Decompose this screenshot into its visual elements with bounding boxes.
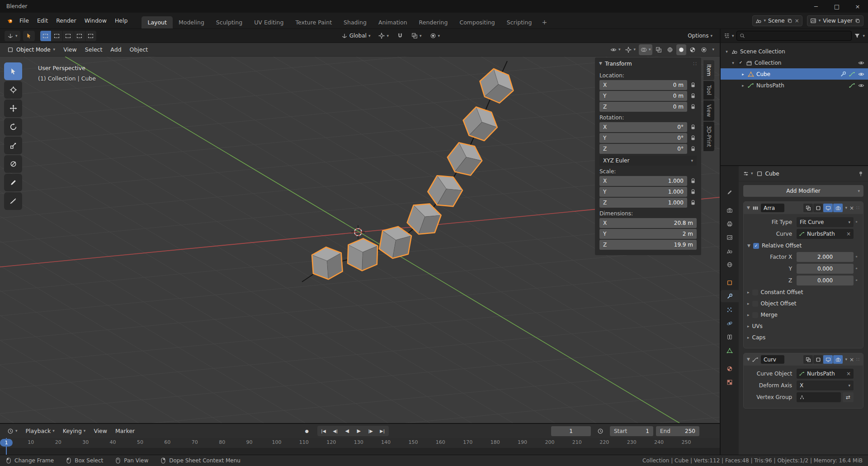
- workspace-tab-shading[interactable]: Shading: [338, 16, 373, 29]
- view-layer-selector[interactable]: ▾ View Layer: [807, 15, 863, 26]
- location-y-field[interactable]: Y0 m: [599, 91, 687, 101]
- play-button[interactable]: ▶: [353, 426, 365, 436]
- new-scene-icon[interactable]: [787, 18, 793, 24]
- menu-file[interactable]: File: [15, 15, 33, 26]
- collection-checkbox[interactable]: ✓: [738, 60, 744, 66]
- animate-dot-icon[interactable]: •: [854, 266, 859, 272]
- lock-icon[interactable]: [689, 146, 697, 152]
- constant-offset-section[interactable]: ▸ Constant Offset: [747, 287, 859, 297]
- outliner-search[interactable]: [736, 31, 852, 41]
- add-modifier-button[interactable]: Add Modifier ▾: [743, 185, 863, 197]
- object-visibility-dropdown[interactable]: ▾: [609, 44, 623, 55]
- snap-settings-dropdown[interactable]: ▾: [409, 31, 425, 41]
- jump-to-start-button[interactable]: |◀: [318, 426, 330, 436]
- edit-mode-toggle[interactable]: [813, 204, 823, 212]
- panel-grip-icon[interactable]: ∷: [693, 61, 697, 67]
- scale-x-field[interactable]: X1.000: [599, 176, 687, 186]
- menu-object[interactable]: Object: [126, 44, 152, 55]
- close-button[interactable]: ×: [847, 0, 868, 13]
- preview-range-toggle[interactable]: [594, 428, 607, 434]
- workspace-tab-animation[interactable]: Animation: [373, 16, 413, 29]
- search-input[interactable]: [747, 33, 849, 39]
- caps-section[interactable]: ▸ Caps: [747, 333, 859, 342]
- new-view-layer-icon[interactable]: [855, 18, 860, 24]
- on-cage-toggle[interactable]: [803, 204, 813, 212]
- rotation-z-field[interactable]: Z0°: [599, 144, 687, 154]
- edit-mode-toggle[interactable]: [813, 355, 823, 364]
- properties-tab-scene[interactable]: [721, 245, 739, 257]
- disclosure-closed-icon[interactable]: ▸: [747, 324, 750, 328]
- vertex-group-field[interactable]: [797, 392, 841, 402]
- rotation-mode-dropdown[interactable]: XYZ Euler ▾: [599, 156, 697, 166]
- curve-object-field[interactable]: NurbsPath ×: [797, 369, 854, 379]
- disclosure-icon[interactable]: ▾: [731, 61, 736, 65]
- rotation-x-field[interactable]: X0°: [599, 122, 687, 132]
- pivot-point-dropdown[interactable]: ▾: [376, 31, 392, 41]
- object-offset-section[interactable]: ▸ Object Offset: [747, 299, 859, 309]
- proportional-editing-toggle[interactable]: ▾: [427, 31, 443, 41]
- menu-playback[interactable]: Playback▾: [22, 426, 58, 437]
- minimize-button[interactable]: ─: [806, 0, 826, 13]
- mode-dropdown[interactable]: Object Mode ▾: [4, 44, 59, 55]
- animate-dot-icon[interactable]: •: [854, 219, 859, 225]
- object-offset-checkbox[interactable]: [752, 301, 758, 307]
- shading-wireframe-button[interactable]: [665, 44, 675, 55]
- lock-icon[interactable]: [689, 124, 697, 130]
- clear-icon[interactable]: ×: [846, 231, 851, 237]
- tree-row-scene-collection[interactable]: ▾ Scene Collection: [721, 46, 868, 57]
- outliner-editor-type-button[interactable]: ▾: [724, 33, 734, 39]
- next-keyframe-button[interactable]: |▶: [365, 426, 377, 436]
- realtime-display-toggle[interactable]: [823, 204, 833, 212]
- modifier-extras-menu[interactable]: ▾: [845, 357, 847, 361]
- disclosure-closed-icon[interactable]: ▸: [747, 313, 750, 317]
- sidebar-tab-view[interactable]: View: [703, 100, 714, 121]
- lock-icon[interactable]: [689, 135, 697, 141]
- eye-icon[interactable]: [858, 71, 864, 77]
- drag-handle-icon[interactable]: ∷: [856, 205, 860, 211]
- properties-tab-physics[interactable]: [721, 317, 739, 329]
- tool-measure[interactable]: [4, 192, 22, 210]
- tool-rotate[interactable]: [4, 118, 22, 136]
- workspace-tab-modeling[interactable]: Modeling: [173, 16, 210, 29]
- shading-solid-button[interactable]: [676, 44, 686, 55]
- play-reverse-button[interactable]: ◀: [341, 426, 353, 436]
- active-tool-button[interactable]: [23, 31, 35, 41]
- properties-tab-texture[interactable]: [721, 376, 739, 388]
- editor-type-button[interactable]: ▾: [5, 31, 20, 41]
- menu-edit[interactable]: Edit: [33, 15, 52, 26]
- disclosure-icon[interactable]: ▸: [741, 83, 745, 88]
- timeline-ruler[interactable]: 1 10203040506070809010011012013014015016…: [0, 438, 720, 455]
- tool-annotate[interactable]: [4, 174, 22, 191]
- menu-add[interactable]: Add: [107, 44, 125, 55]
- workspace-tab-compositing[interactable]: Compositing: [453, 16, 500, 29]
- blender-logo-icon[interactable]: [5, 17, 15, 25]
- workspace-tab-texture-paint[interactable]: Texture Paint: [289, 16, 338, 29]
- curve-data-icon[interactable]: [849, 82, 855, 89]
- auto-keying-toggle[interactable]: ●: [301, 426, 313, 436]
- tree-row-collection[interactable]: ▾ ✓ Collection: [721, 57, 868, 68]
- scene-selector[interactable]: ▾ Scene ×: [752, 15, 802, 26]
- eye-icon[interactable]: [858, 60, 864, 66]
- transform-panel-header[interactable]: ▼ Transform ∷: [595, 57, 701, 70]
- end-frame-field[interactable]: End250: [656, 426, 699, 436]
- scale-z-field[interactable]: Z1.000: [599, 198, 687, 208]
- xray-toggle[interactable]: [654, 44, 664, 55]
- menu-view-timeline[interactable]: View: [90, 426, 111, 437]
- sidebar-tab-3d-print[interactable]: 3D-Print: [703, 122, 714, 151]
- tree-row-cube[interactable]: ▸ Cube: [721, 68, 868, 80]
- properties-tab-material[interactable]: [721, 362, 739, 375]
- lock-icon[interactable]: [689, 200, 697, 206]
- modifier-name-field[interactable]: Curv: [761, 355, 784, 364]
- menu-help[interactable]: Help: [111, 15, 132, 26]
- on-cage-toggle[interactable]: [803, 355, 813, 364]
- render-display-toggle[interactable]: [833, 204, 843, 212]
- clear-icon[interactable]: ×: [846, 371, 851, 377]
- shading-dropdown[interactable]: ▾: [710, 44, 716, 55]
- factor-y-field[interactable]: 0.000: [797, 264, 854, 274]
- unlink-scene-icon[interactable]: ×: [795, 18, 799, 24]
- properties-tab-tool[interactable]: [721, 186, 739, 198]
- rotation-y-field[interactable]: Y0°: [599, 133, 687, 143]
- orientation-dropdown[interactable]: Global ▾: [339, 31, 373, 41]
- workspace-tab-sculpting[interactable]: Sculpting: [210, 16, 248, 29]
- menu-render[interactable]: Render: [52, 15, 80, 26]
